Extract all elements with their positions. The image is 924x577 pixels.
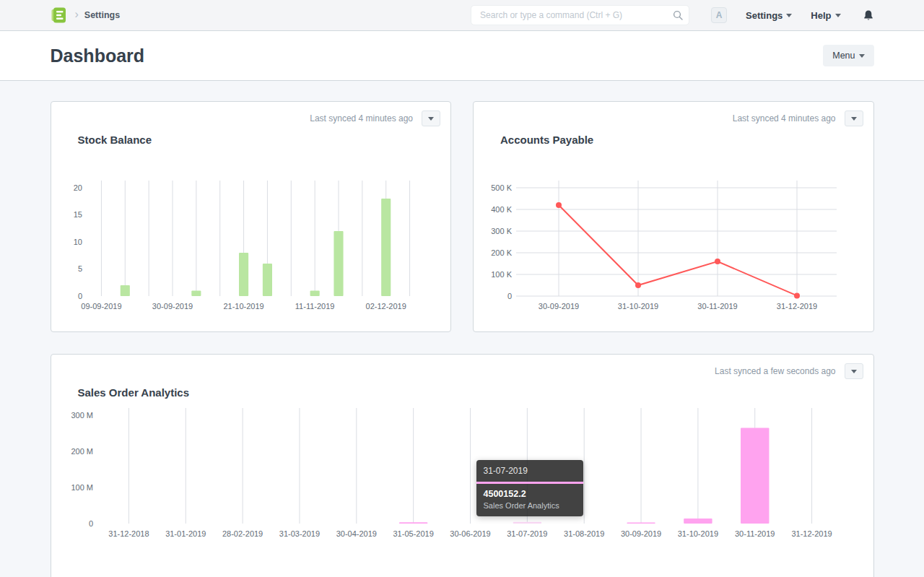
last-synced-text: Last synced 4 minutes ago bbox=[310, 113, 413, 123]
chart-point[interactable] bbox=[794, 292, 800, 298]
x-axis-label: 28-02-2019 bbox=[222, 529, 262, 538]
chart-title: Accounts Payable bbox=[500, 134, 873, 146]
chart-bar[interactable] bbox=[239, 253, 248, 296]
x-axis-label: 30-09-2019 bbox=[152, 302, 192, 311]
chevron-down-icon bbox=[835, 14, 841, 17]
x-axis-label: 11-11-2019 bbox=[295, 302, 334, 311]
y-axis-label: 200 K bbox=[491, 248, 512, 257]
y-axis-label: 300 K bbox=[491, 227, 512, 235]
page-title: Dashboard bbox=[51, 45, 145, 66]
chart-tooltip: 31-07-2019 4500152.2 Sales Order Analyti… bbox=[476, 460, 583, 516]
bell-icon bbox=[863, 9, 874, 22]
card-menu-button[interactable] bbox=[422, 110, 440, 126]
chart-bar[interactable] bbox=[120, 285, 129, 296]
accounts-payable-chart[interactable]: 0100 K200 K300 K400 K500 K30-09-201931-1… bbox=[479, 152, 855, 321]
chevron-down-icon bbox=[786, 14, 792, 17]
x-axis-label: 30-11-2019 bbox=[697, 302, 737, 311]
y-axis-label: 100 K bbox=[491, 270, 512, 279]
tooltip-value: 4500152.2 bbox=[484, 489, 576, 499]
menu-button-label: Menu bbox=[832, 51, 855, 61]
stock-balance-chart[interactable]: 0510152009-09-201930-09-201921-10-201911… bbox=[57, 152, 432, 321]
tooltip-date: 31-07-2019 bbox=[476, 460, 583, 484]
y-axis-label: 300 M bbox=[71, 411, 93, 420]
x-axis-label: 30-09-2019 bbox=[620, 529, 661, 538]
navbar: › Settings A Settings Help bbox=[0, 0, 924, 31]
y-axis-label: 500 K bbox=[491, 183, 512, 192]
breadcrumb[interactable]: Settings bbox=[84, 10, 120, 20]
avatar[interactable]: A bbox=[711, 7, 727, 23]
x-axis-label: 31-08-2019 bbox=[564, 529, 604, 538]
settings-menu-label: Settings bbox=[746, 10, 783, 21]
sales-order-analytics-chart[interactable]: 0100 M200 M300 M31-12-201831-01-201928-0… bbox=[57, 404, 855, 571]
x-axis-label: 21-10-2019 bbox=[223, 302, 263, 311]
x-axis-label: 31-03-2019 bbox=[279, 529, 319, 538]
x-axis-label: 30-04-2019 bbox=[336, 529, 376, 538]
card-menu-button[interactable] bbox=[845, 110, 863, 126]
x-axis-label: 30-11-2019 bbox=[735, 529, 775, 538]
x-axis-label: 30-06-2019 bbox=[450, 529, 490, 538]
chart-bar[interactable] bbox=[741, 428, 769, 524]
x-axis-label: 31-01-2019 bbox=[165, 529, 206, 538]
chevron-down-icon bbox=[428, 117, 434, 121]
last-synced-text: Last synced a few seconds ago bbox=[715, 366, 835, 376]
card-stock-balance: Last synced 4 minutes ago Stock Balance … bbox=[51, 101, 452, 332]
chart-bar[interactable] bbox=[310, 291, 319, 297]
menu-button[interactable]: Menu bbox=[823, 45, 873, 66]
breadcrumb-chevron-icon: › bbox=[75, 8, 79, 21]
x-axis-label: 31-12-2019 bbox=[777, 302, 817, 311]
chart-bar[interactable] bbox=[684, 519, 712, 524]
x-axis-label: 31-12-2019 bbox=[791, 529, 832, 538]
chart-bar[interactable] bbox=[334, 231, 343, 296]
erpnext-logo-icon bbox=[51, 6, 68, 24]
chart-point[interactable] bbox=[715, 259, 720, 264]
y-axis-label: 5 bbox=[77, 264, 82, 273]
last-synced-text: Last synced 4 minutes ago bbox=[733, 113, 836, 123]
chart-bar[interactable] bbox=[513, 522, 541, 524]
y-axis-label: 100 M bbox=[71, 483, 93, 492]
chevron-down-icon bbox=[851, 370, 857, 373]
x-axis-label: 30-09-2019 bbox=[539, 302, 579, 311]
chart-bar[interactable] bbox=[381, 199, 391, 296]
y-axis-label: 400 K bbox=[491, 205, 512, 214]
chart-bar[interactable] bbox=[627, 523, 655, 524]
y-axis-label: 20 bbox=[73, 183, 82, 192]
x-axis-label: 31-10-2019 bbox=[677, 529, 718, 538]
chart-title: Stock Balance bbox=[78, 134, 451, 146]
x-axis-label: 31-07-2019 bbox=[507, 529, 547, 538]
y-axis-label: 10 bbox=[73, 238, 82, 246]
chart-bar[interactable] bbox=[398, 522, 427, 524]
chevron-down-icon bbox=[851, 117, 857, 121]
page-head: Dashboard Menu bbox=[0, 31, 924, 81]
y-axis-label: 200 M bbox=[71, 447, 93, 456]
chart-title: Sales Order Analytics bbox=[78, 386, 873, 399]
chart-line bbox=[559, 205, 797, 295]
card-menu-button[interactable] bbox=[845, 363, 863, 379]
chart-bar[interactable] bbox=[262, 264, 271, 296]
x-axis-label: 31-05-2019 bbox=[393, 529, 433, 538]
x-axis-label: 31-12-2018 bbox=[108, 529, 149, 538]
help-menu[interactable]: Help bbox=[811, 10, 840, 21]
chart-bar[interactable] bbox=[191, 291, 201, 297]
y-axis-label: 0 bbox=[77, 292, 82, 300]
notifications-bell[interactable] bbox=[863, 9, 874, 22]
global-search bbox=[471, 5, 689, 25]
help-menu-label: Help bbox=[811, 10, 831, 21]
x-axis-label: 02-12-2019 bbox=[365, 302, 406, 311]
x-axis-label: 09-09-2019 bbox=[81, 302, 121, 311]
settings-menu[interactable]: Settings bbox=[746, 10, 792, 21]
y-axis-label: 0 bbox=[507, 292, 512, 300]
chart-point[interactable] bbox=[635, 282, 641, 288]
search-icon[interactable] bbox=[672, 9, 684, 21]
chart-point[interactable] bbox=[556, 202, 562, 208]
chevron-down-icon bbox=[859, 54, 865, 58]
card-accounts-payable: Last synced 4 minutes ago Accounts Payab… bbox=[473, 101, 874, 332]
search-input[interactable] bbox=[471, 5, 689, 25]
y-axis-label: 15 bbox=[73, 210, 82, 219]
y-axis-label: 0 bbox=[88, 519, 92, 528]
erpnext-logo[interactable] bbox=[51, 6, 68, 24]
dashboard-body: Last synced 4 minutes ago Stock Balance … bbox=[0, 81, 924, 577]
card-sales-order-analytics: Last synced a few seconds ago Sales Orde… bbox=[51, 354, 874, 577]
x-axis-label: 31-10-2019 bbox=[618, 302, 658, 311]
tooltip-label: Sales Order Analytics bbox=[484, 501, 576, 510]
